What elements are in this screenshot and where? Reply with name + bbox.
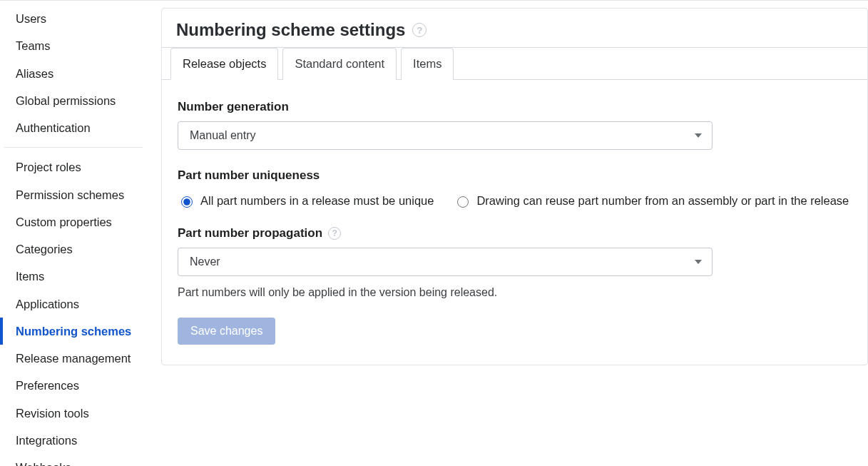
sidebar-item-revision-tools[interactable]: Revision tools [0, 400, 147, 427]
sidebar: Users Teams Aliases Global permissions A… [0, 1, 147, 466]
sidebar-item-numbering-schemes[interactable]: Numbering schemes [0, 318, 147, 345]
chevron-down-icon [695, 260, 702, 264]
uniqueness-radio-group: All part numbers in a release must be un… [178, 194, 852, 208]
uniqueness-option-all-unique[interactable]: All part numbers in a release must be un… [178, 194, 434, 208]
uniqueness-radio-all-unique[interactable] [181, 196, 193, 208]
chevron-down-icon [695, 133, 702, 138]
help-icon[interactable]: ? [328, 227, 341, 240]
sidebar-item-preferences[interactable]: Preferences [0, 372, 147, 399]
sidebar-item-integrations[interactable]: Integrations [0, 427, 147, 454]
sidebar-divider [4, 147, 143, 148]
sidebar-item-project-roles[interactable]: Project roles [0, 153, 147, 181]
sidebar-item-authentication[interactable]: Authentication [0, 114, 147, 141]
sidebar-item-webhooks[interactable]: Webhooks [0, 454, 147, 466]
number-generation-select[interactable]: Manual entry [178, 121, 713, 150]
page-title: Numbering scheme settings [176, 20, 405, 40]
tab-items[interactable]: Items [401, 48, 454, 80]
tab-standard-content[interactable]: Standard content [282, 48, 397, 80]
tabs: Release objects Standard content Items [162, 47, 867, 80]
propagation-note: Part numbers will only be applied in the… [178, 286, 852, 299]
part-number-uniqueness-label: Part number uniqueness [178, 168, 852, 183]
uniqueness-radio-drawing-reuse[interactable] [457, 196, 469, 208]
panel-body: Number generation Manual entry Part numb… [162, 80, 867, 365]
part-number-propagation-select[interactable]: Never [178, 248, 713, 276]
sidebar-item-release-management[interactable]: Release management [0, 345, 147, 372]
panel-header: Numbering scheme settings ? [162, 9, 867, 48]
tab-release-objects[interactable]: Release objects [170, 48, 278, 80]
number-generation-label: Number generation [178, 100, 852, 114]
sidebar-item-permission-schemes[interactable]: Permission schemes [0, 181, 147, 208]
settings-panel: Numbering scheme settings ? Release obje… [161, 8, 868, 365]
sidebar-item-items[interactable]: Items [0, 263, 147, 290]
help-icon[interactable]: ? [412, 23, 427, 37]
number-generation-value: Manual entry [190, 129, 256, 142]
main-content: Numbering scheme settings ? Release obje… [147, 1, 868, 466]
sidebar-item-applications[interactable]: Applications [0, 290, 147, 318]
part-number-propagation-label: Part number propagation ? [178, 226, 852, 240]
sidebar-item-users[interactable]: Users [0, 5, 147, 32]
sidebar-item-categories[interactable]: Categories [0, 235, 147, 263]
sidebar-item-aliases[interactable]: Aliases [0, 60, 147, 87]
sidebar-item-global-permissions[interactable]: Global permissions [0, 87, 147, 114]
part-number-propagation-value: Never [190, 255, 220, 268]
uniqueness-option-drawing-reuse[interactable]: Drawing can reuse part number from an as… [454, 194, 849, 208]
sidebar-item-custom-properties[interactable]: Custom properties [0, 208, 147, 235]
sidebar-item-teams[interactable]: Teams [0, 32, 147, 59]
save-changes-button[interactable]: Save changes [178, 318, 275, 345]
